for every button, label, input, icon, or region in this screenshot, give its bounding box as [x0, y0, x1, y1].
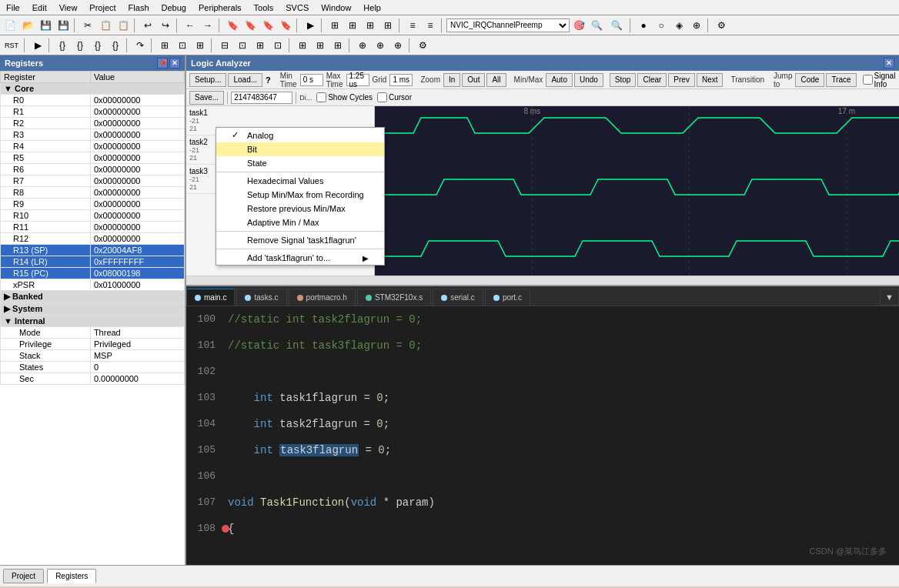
menu-project[interactable]: Project	[86, 2, 119, 13]
la-next-btn[interactable]: Next	[697, 73, 724, 87]
tb2-d2[interactable]: ⊡	[234, 38, 251, 53]
table-row[interactable]: ModeThread	[1, 327, 185, 339]
tb2-view1[interactable]: ⊞	[294, 38, 311, 53]
tb-nav[interactable]: ▶	[302, 18, 319, 33]
la-clear-btn[interactable]: Clear	[637, 73, 667, 87]
table-row[interactable]: PrivilegePrivileged	[1, 339, 185, 350]
registers-close-icon[interactable]: ✕	[169, 58, 180, 68]
la-auto-btn[interactable]: Auto	[546, 73, 573, 87]
tb-copy[interactable]: 📋	[97, 18, 114, 33]
tb2-extra[interactable]: ⚙	[414, 38, 431, 53]
table-row[interactable]: ▶ System	[1, 303, 185, 316]
table-row[interactable]: R80x00000000	[1, 187, 185, 199]
tb-format1[interactable]: ⊞	[326, 18, 343, 33]
table-row[interactable]: xPSR0x01000000	[1, 279, 185, 291]
table-row[interactable]: States0	[1, 362, 185, 373]
tb2-cpu[interactable]: ⊕	[354, 38, 371, 53]
menu-tools[interactable]: Tools	[251, 2, 277, 13]
ctx-hex-values[interactable]: Hexadecimal Values	[216, 174, 384, 188]
tb2-view3[interactable]: ⊞	[329, 38, 346, 53]
ctx-analog[interactable]: ✓ Analog	[216, 128, 384, 142]
tb2-d3[interactable]: ⊞	[252, 38, 269, 53]
tb-forward[interactable]: →	[199, 18, 216, 33]
tab-portmacro-h[interactable]: portmacro.h	[289, 289, 356, 306]
ctx-bit[interactable]: Bit	[216, 142, 384, 156]
table-row[interactable]: R100x00000000	[1, 210, 185, 222]
tb-target1[interactable]: 🎯	[570, 18, 587, 33]
la-zoom-out-btn[interactable]: Out	[462, 73, 485, 87]
menu-svcs[interactable]: SVCS	[282, 2, 312, 13]
la-save-btn[interactable]: Save...	[189, 91, 224, 105]
tb2-b1[interactable]: {}	[54, 38, 71, 53]
tb-cut[interactable]: ✂	[79, 18, 96, 33]
tb-target2[interactable]: 🔍	[588, 18, 605, 33]
menu-window[interactable]: Window	[318, 2, 354, 13]
tb2-b4[interactable]: {}	[107, 38, 124, 53]
tb-bookmark4[interactable]: 🔖	[277, 18, 294, 33]
menu-flash[interactable]: Flash	[125, 2, 152, 13]
tb-format3[interactable]: ⊞	[362, 18, 379, 33]
tb-settings[interactable]: ⚙	[713, 18, 730, 33]
tb-format2[interactable]: ⊞	[344, 18, 361, 33]
tb-bookmark2[interactable]: 🔖	[242, 18, 259, 33]
bottom-tab-registers[interactable]: Registers	[47, 569, 96, 583]
table-row[interactable]: R70x00000000	[1, 175, 185, 187]
tb-run4[interactable]: ⊕	[688, 18, 705, 33]
tb-bookmark3[interactable]: 🔖	[259, 18, 276, 33]
ctx-remove-signal[interactable]: Remove Signal 'task1flagrun'	[216, 233, 384, 247]
table-row[interactable]: ▶ Banked	[1, 291, 185, 303]
la-signal-info-checkbox[interactable]	[863, 75, 873, 85]
menu-peripherals[interactable]: Peripherals	[196, 2, 245, 13]
tab-tasks-c[interactable]: tasks.c	[236, 289, 286, 306]
tb2-c1[interactable]: ⊞	[156, 38, 173, 53]
tb2-c2[interactable]: ⊡	[174, 38, 191, 53]
table-row[interactable]: ▼ Core	[1, 83, 185, 95]
table-row[interactable]: R14 (LR)0xFFFFFFFF	[1, 256, 185, 268]
la-stop-btn[interactable]: Stop	[610, 73, 637, 87]
ctx-restore-minmax[interactable]: Restore previous Min/Max	[216, 202, 384, 215]
tb2-cpu2[interactable]: ⊕	[372, 38, 389, 53]
la-signal-info-check[interactable]: Signal Info	[863, 72, 896, 89]
tab-main-c[interactable]: main.c	[186, 289, 235, 306]
tb-run1[interactable]: ●	[635, 18, 652, 33]
la-load-btn[interactable]: Load...	[228, 73, 262, 87]
table-row[interactable]: R90x00000000	[1, 199, 185, 210]
la-zoom-in-btn[interactable]: In	[443, 73, 460, 87]
la-chart-area[interactable]: 8 ms 17 m	[375, 106, 899, 276]
table-row[interactable]: R50x00000000	[1, 152, 185, 164]
tb2-view2[interactable]: ⊞	[312, 38, 329, 53]
ctx-add-signal[interactable]: Add 'task1flagrun' to... ▶	[216, 251, 384, 265]
tb-run2[interactable]: ○	[653, 18, 670, 33]
tb-find2[interactable]: ≡	[422, 18, 439, 33]
table-row[interactable]: R30x00000000	[1, 129, 185, 141]
tb-save-all[interactable]: 💾	[55, 18, 72, 33]
tb2-d1[interactable]: ⊟	[216, 38, 233, 53]
table-row[interactable]: R13 (SP)0x20004AF8	[1, 245, 185, 256]
la-setup-btn[interactable]: Setup...	[189, 73, 226, 87]
tb-redo[interactable]: ↪	[157, 18, 174, 33]
table-row[interactable]: ▼ Internal	[1, 316, 185, 327]
tb-open[interactable]: 📂	[19, 18, 36, 33]
menu-file[interactable]: File	[3, 2, 23, 13]
tab-serial-c[interactable]: serial.c	[433, 289, 483, 306]
la-zoom-all-btn[interactable]: All	[486, 73, 506, 87]
table-row[interactable]: StackMSP	[1, 350, 185, 362]
tb-undo[interactable]: ↩	[139, 18, 156, 33]
ctx-adaptive-minmax[interactable]: Adaptive Min / Max	[216, 215, 384, 229]
la-hscrollbar[interactable]	[186, 276, 899, 285]
ctx-setup-minmax[interactable]: Setup Min/Max from Recording	[216, 188, 384, 202]
la-question[interactable]: ?	[264, 75, 272, 85]
code-content-area[interactable]: 100 //static int task2flagrun = 0; 101 /…	[186, 306, 899, 565]
table-row[interactable]: R15 (PC)0x08000198	[1, 268, 185, 279]
table-row[interactable]: R120x00000000	[1, 233, 185, 245]
tb2-b2[interactable]: {}	[72, 38, 89, 53]
tab-port-c[interactable]: port.c	[485, 289, 530, 306]
table-row[interactable]: R40x00000000	[1, 141, 185, 152]
tb2-b3[interactable]: {}	[89, 38, 106, 53]
tab-more-btn[interactable]: ▼	[880, 289, 899, 306]
table-row[interactable]: R60x00000000	[1, 164, 185, 175]
tb2-run[interactable]: ▶	[29, 38, 46, 53]
table-row[interactable]: R20x00000000	[1, 118, 185, 129]
tab-stm32-s[interactable]: STM32F10x.s	[357, 289, 431, 306]
la-show-cycles-checkbox[interactable]	[316, 92, 326, 102]
